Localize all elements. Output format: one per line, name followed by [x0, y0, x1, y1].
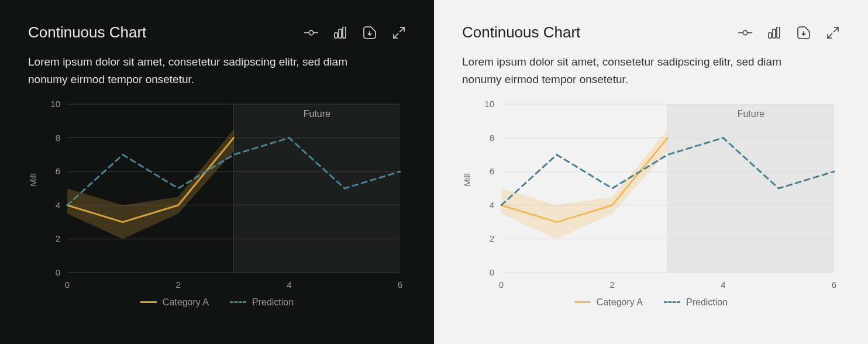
legend-label-prediction: Prediction [686, 297, 728, 308]
legend-label-prediction: Prediction [252, 297, 294, 308]
svg-line-8 [394, 33, 398, 38]
svg-rect-9 [234, 104, 401, 273]
legend-swatch-category-a [140, 301, 157, 303]
svg-text:Future: Future [304, 109, 330, 119]
header-row: Continuous Chart [462, 23, 840, 42]
svg-text:0: 0 [65, 280, 70, 290]
svg-rect-3 [335, 33, 337, 38]
line-chart-icon[interactable] [738, 26, 752, 40]
svg-text:4: 4 [287, 280, 291, 290]
chart-subtitle: Lorem ipsum dolor sit amet, consetetur s… [28, 53, 356, 89]
chart-svg: Future02468100246 [42, 101, 406, 294]
chart-container: Mill Future02468100246 [462, 101, 840, 294]
legend: Category A Prediction [28, 297, 406, 308]
download-icon[interactable] [797, 26, 811, 40]
svg-line-35 [833, 27, 838, 32]
svg-text:2: 2 [56, 233, 60, 243]
legend-label-category-a: Category A [597, 297, 643, 308]
svg-line-36 [828, 33, 832, 38]
legend-label-category-a: Category A [163, 297, 209, 308]
bar-chart-icon[interactable] [767, 26, 781, 40]
svg-text:2: 2 [609, 280, 614, 290]
line-chart-icon[interactable] [304, 26, 318, 40]
svg-point-28 [743, 30, 747, 35]
y-axis-label: Mill [462, 173, 472, 187]
svg-text:4: 4 [490, 200, 494, 210]
legend-swatch-prediction [230, 301, 246, 303]
svg-rect-37 [668, 104, 835, 273]
svg-text:4: 4 [721, 280, 725, 290]
svg-rect-32 [773, 29, 776, 38]
svg-point-0 [309, 30, 313, 35]
svg-text:6: 6 [398, 280, 402, 290]
svg-text:8: 8 [56, 132, 60, 142]
chart-subtitle: Lorem ipsum dolor sit amet, consetetur s… [462, 53, 790, 89]
svg-text:0: 0 [499, 280, 504, 290]
svg-line-7 [399, 27, 404, 32]
legend-item-category-a: Category A [140, 297, 209, 308]
legend-item-prediction: Prediction [664, 297, 728, 308]
toolbar [738, 26, 840, 40]
svg-text:6: 6 [56, 166, 60, 176]
chart-area: Future02468100246 [476, 101, 840, 294]
svg-text:2: 2 [175, 280, 180, 290]
panel-light: Continuous Chart [434, 0, 868, 344]
legend-item-prediction: Prediction [230, 297, 294, 308]
legend-swatch-prediction [664, 301, 680, 303]
legend: Category A Prediction [462, 297, 840, 308]
legend-swatch-category-a [574, 301, 591, 303]
svg-text:0: 0 [490, 267, 494, 277]
svg-text:10: 10 [50, 101, 60, 109]
header-row: Continuous Chart [28, 23, 406, 42]
chart-title: Continuous Chart [28, 23, 146, 42]
y-axis-label: Mill [28, 173, 38, 187]
svg-text:2: 2 [490, 233, 494, 243]
svg-text:Future: Future [738, 109, 764, 119]
chart-area: Future02468100246 [42, 101, 406, 294]
svg-rect-4 [339, 29, 342, 38]
chart-svg: Future02468100246 [476, 101, 840, 294]
legend-item-category-a: Category A [574, 297, 643, 308]
svg-text:0: 0 [56, 267, 60, 277]
bar-chart-icon[interactable] [333, 26, 347, 40]
svg-rect-31 [769, 33, 771, 38]
svg-rect-5 [343, 27, 346, 38]
svg-text:8: 8 [490, 132, 494, 142]
svg-rect-33 [777, 27, 780, 38]
chart-title: Continuous Chart [462, 23, 580, 42]
svg-text:4: 4 [56, 200, 60, 210]
expand-icon[interactable] [826, 26, 840, 40]
toolbar [304, 26, 406, 40]
panel-dark: Continuous Chart [0, 0, 434, 344]
download-icon[interactable] [363, 26, 377, 40]
svg-text:6: 6 [490, 166, 494, 176]
svg-text:10: 10 [484, 101, 494, 109]
expand-icon[interactable] [392, 26, 406, 40]
chart-container: Mill Future02468100246 [28, 101, 406, 294]
svg-text:6: 6 [832, 280, 836, 290]
